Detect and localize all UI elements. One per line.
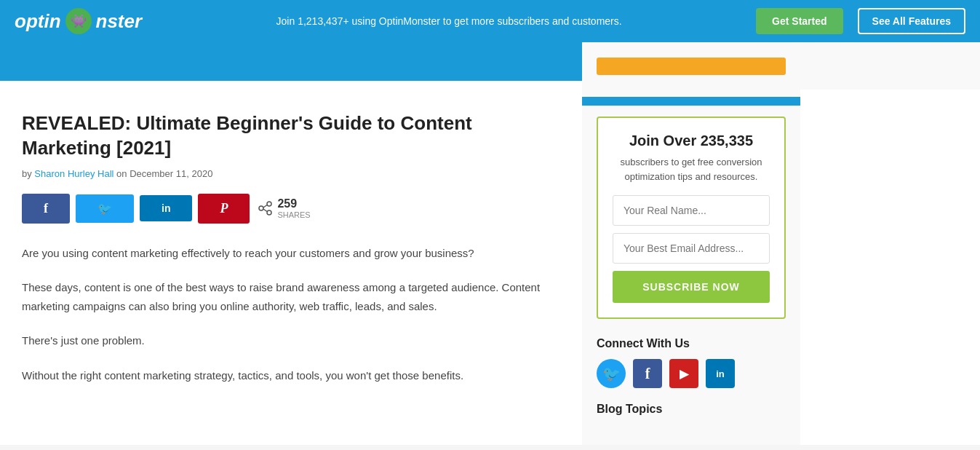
article-meta: by Sharon Hurley Hall on December 11, 20… <box>22 168 560 179</box>
logo[interactable]: optin 👾 nster <box>15 8 142 34</box>
twitter-bird-icon: 🐦 <box>602 365 621 382</box>
connect-section: Connect With Us 🐦 f ▶ in <box>597 337 786 388</box>
orange-cta-button[interactable] <box>597 58 786 75</box>
share-count-number: 259 <box>277 197 310 210</box>
linkedin-share-button[interactable]: in <box>140 195 192 221</box>
meta-by: by <box>22 168 32 179</box>
sidebar: Join Over 235,335 subscribers to get fre… <box>582 90 800 445</box>
svg-point-2 <box>259 206 263 210</box>
linkedin-icon: in <box>162 202 170 214</box>
pinterest-icon: P <box>220 201 228 216</box>
main-layout: REVEALED: Ultimate Beginner's Guide to C… <box>0 90 980 445</box>
see-all-features-button[interactable]: See All Features <box>858 8 965 34</box>
logo-monster-icon: 👾 <box>65 8 92 34</box>
twitter-icon: 🐦 <box>97 202 112 216</box>
header: optin 👾 nster Join 1,213,437+ using Opti… <box>0 0 980 42</box>
article-paragraph-3: There's just one problem. <box>22 331 560 350</box>
youtube-social-icon[interactable]: ▶ <box>669 359 698 388</box>
meta-date: December 11, 2020 <box>130 168 212 179</box>
blog-topics-section: Blog Topics <box>597 403 786 416</box>
sidebar-top-bar <box>582 97 800 106</box>
facebook-social-icon[interactable]: f <box>633 359 662 388</box>
share-icon <box>258 201 273 216</box>
article-author-link[interactable]: Sharon Hurley Hall <box>34 168 113 179</box>
article-body: Are you using content marketing effectiv… <box>22 244 560 385</box>
social-icons-bar: 🐦 f ▶ in <box>597 359 786 388</box>
svg-point-1 <box>267 210 271 215</box>
subscribe-button[interactable]: SUBSCRIBE NOW <box>613 271 770 303</box>
share-count: 259 SHARES <box>258 197 310 220</box>
facebook-share-button[interactable]: f <box>22 194 70 224</box>
join-widget-subtitle: subscribers to get free conversion optim… <box>613 155 770 183</box>
meta-on: on <box>116 168 130 179</box>
article-paragraph-2: These days, content is one of the best w… <box>22 278 560 315</box>
get-started-button[interactable]: Get Started <box>756 8 842 34</box>
linkedin-social-icon[interactable]: in <box>706 359 735 388</box>
article-paragraph-4: Without the right content marketing stra… <box>22 366 560 385</box>
article-title: REVEALED: Ultimate Beginner's Guide to C… <box>22 111 560 161</box>
linkedin-in-icon: in <box>716 368 725 379</box>
youtube-play-icon: ▶ <box>680 367 688 381</box>
twitter-social-icon[interactable]: 🐦 <box>597 359 626 388</box>
email-signup-widget: Join Over 235,335 subscribers to get fre… <box>597 117 786 319</box>
facebook-f-icon: f <box>645 366 650 382</box>
content-area: REVEALED: Ultimate Beginner's Guide to C… <box>0 90 582 445</box>
email-input[interactable] <box>613 233 770 264</box>
header-tagline: Join 1,213,437+ using OptinMonster to ge… <box>156 15 741 27</box>
pinterest-share-button[interactable]: P <box>198 194 250 224</box>
facebook-icon: f <box>44 201 48 216</box>
twitter-share-button[interactable]: 🐦 <box>76 194 134 223</box>
social-share-bar: f 🐦 in P 259 SHAR <box>22 194 560 224</box>
logo-text-optin: optin <box>15 10 61 33</box>
connect-title: Connect With Us <box>597 337 786 350</box>
svg-line-3 <box>263 205 267 208</box>
blog-topics-title: Blog Topics <box>597 403 786 416</box>
join-widget-title: Join Over 235,335 <box>613 133 770 149</box>
article-paragraph-1: Are you using content marketing effectiv… <box>22 244 560 263</box>
share-count-label: SHARES <box>277 210 310 220</box>
name-input[interactable] <box>613 195 770 226</box>
logo-text-nster: nster <box>96 10 143 33</box>
svg-point-0 <box>267 202 271 206</box>
svg-line-4 <box>263 209 267 212</box>
